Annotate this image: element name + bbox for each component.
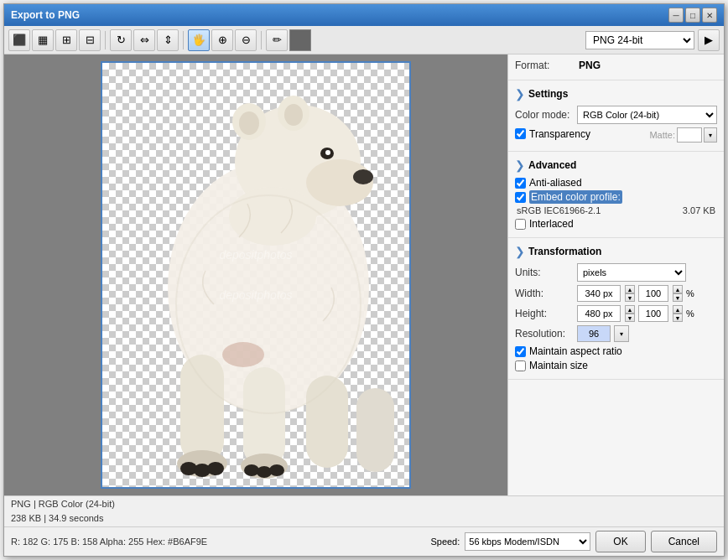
height-pct-spinner: ▲ ▼ — [673, 305, 683, 322]
maximize-button[interactable]: □ — [685, 8, 700, 23]
height-spin-up[interactable]: ▲ — [625, 305, 635, 314]
width-pct-spinner: ▲ ▼ — [673, 285, 683, 302]
title-bar: Export to PNG ─ □ ✕ — [4, 4, 724, 26]
cancel-button[interactable]: Cancel — [651, 531, 717, 552]
height-spin-down[interactable]: ▼ — [625, 314, 635, 322]
toolbar-separator-1 — [105, 31, 106, 49]
transparency-checkbox[interactable] — [515, 128, 526, 139]
resolution-row: Resolution: ▾ — [515, 325, 717, 342]
bear-svg — [113, 70, 398, 480]
width-pct-input[interactable] — [638, 285, 668, 302]
view-tiles-button[interactable]: ⊞ — [55, 29, 77, 51]
matte-dropdown[interactable]: ▾ — [704, 127, 717, 143]
resolution-input[interactable] — [577, 325, 611, 342]
toolbar-separator-3 — [261, 31, 262, 49]
view-grid-button[interactable]: ⊟ — [79, 29, 101, 51]
units-select[interactable]: pixels percent inches cm — [577, 263, 686, 282]
height-input[interactable] — [577, 305, 621, 322]
minimize-button[interactable]: ─ — [668, 8, 684, 23]
transformation-header: ❯ Transformation — [515, 245, 717, 258]
settings-collapse-icon[interactable]: ❯ — [515, 87, 525, 101]
embed-color-label: Embed color profile: — [529, 191, 622, 203]
antialiased-label: Anti-aliased — [529, 177, 582, 189]
close-button[interactable]: ✕ — [702, 8, 717, 23]
settings-header: ❯ Settings — [515, 87, 717, 101]
svg-point-23 — [222, 342, 264, 367]
format-select[interactable]: PNG 24-bit PNG 8-bit PNG 32-bit — [585, 31, 694, 49]
advanced-collapse-icon[interactable]: ❯ — [515, 158, 525, 172]
maintain-size-checkbox[interactable] — [515, 360, 526, 371]
settings-section: ❯ Settings Color mode: RGB Color (24-bit… — [508, 80, 724, 152]
width-pct-down[interactable]: ▼ — [673, 293, 683, 302]
settings-title: Settings — [528, 88, 568, 100]
height-row: Height: ▲ ▼ ▲ ▼ % — [515, 305, 717, 322]
svg-rect-14 — [356, 388, 394, 472]
width-spinner: ▲ ▼ — [625, 285, 635, 302]
resolution-dropdown[interactable]: ▾ — [614, 325, 629, 342]
polar-bear-image — [102, 63, 409, 487]
width-row: Width: ▲ ▼ ▲ ▼ % — [515, 285, 717, 302]
width-spin-down[interactable]: ▼ — [625, 293, 635, 302]
svg-point-5 — [325, 150, 330, 155]
maintain-aspect-checkbox[interactable] — [515, 346, 526, 357]
height-pct-up[interactable]: ▲ — [673, 305, 683, 314]
view-fit-button[interactable]: ⬛ — [8, 29, 30, 51]
rotate-button[interactable]: ↻ — [110, 29, 132, 51]
file-size-text: 238 KB | 34.9 seconds — [11, 513, 104, 523]
speed-select[interactable]: 56 kbps Modem/ISDN 14.4 kbps Modem 28.8 … — [465, 532, 590, 551]
svg-point-18 — [207, 462, 224, 475]
title-bar-buttons: ─ □ ✕ — [668, 8, 717, 23]
image-container: depositphotosdepositphotos — [101, 61, 411, 489]
color-mode-select[interactable]: RGB Color (24-bit) Grayscale — [577, 106, 717, 124]
toolbar-right: PNG 24-bit PNG 8-bit PNG 32-bit ▶ — [585, 29, 720, 51]
transformation-collapse-icon[interactable]: ❯ — [515, 245, 525, 258]
srgb-row: sRGB IEC61966-2.1 3.07 KB — [515, 205, 717, 215]
antialiased-checkbox[interactable] — [515, 178, 526, 189]
interlaced-checkbox[interactable] — [515, 219, 526, 230]
svg-point-7 — [239, 111, 259, 135]
main-content: depositphotosdepositphotos Format: PNG ❯… — [4, 54, 724, 495]
canvas-area[interactable]: depositphotosdepositphotos — [4, 54, 507, 495]
maintain-size-row: Maintain size — [515, 360, 717, 371]
resolution-label: Resolution: — [515, 328, 574, 340]
file-type-text: PNG | RGB Color (24-bit) — [11, 499, 115, 509]
flip-h-button[interactable]: ⇔ — [133, 29, 155, 51]
format-section: Format: PNG — [508, 54, 724, 80]
height-spinner: ▲ ▼ — [625, 305, 635, 322]
pan-tool-button[interactable]: 🖐 — [188, 29, 210, 51]
height-pct-down[interactable]: ▼ — [673, 314, 683, 322]
flip-v-button[interactable]: ⇕ — [157, 29, 179, 51]
transparency-row: Transparency Matte: ▾ — [515, 127, 717, 143]
dialog-title: Export to PNG — [11, 9, 80, 21]
transparency-label: Transparency — [529, 128, 590, 140]
maintain-aspect-label: Maintain aspect ratio — [529, 345, 622, 357]
color-pick-button[interactable]: ✏ — [266, 29, 288, 51]
svg-point-22 — [269, 464, 284, 476]
srgb-size: 3.07 KB — [683, 205, 715, 215]
width-pct-up[interactable]: ▲ — [673, 285, 683, 293]
toolbar: ⬛ ▦ ⊞ ⊟ ↻ ⇔ ⇕ 🖐 ⊕ ⊖ ✏ PNG 24-bit PNG 8-b… — [4, 26, 724, 54]
height-pct-input[interactable] — [638, 305, 668, 322]
view-fill-button[interactable]: ▦ — [32, 29, 54, 51]
pixel-info-text: R: 182 G: 175 B: 158 Alpha: 255 Hex: #B6… — [11, 537, 207, 547]
zoom-in-button[interactable]: ⊕ — [211, 29, 233, 51]
color-swatch[interactable] — [289, 29, 311, 51]
export-dialog: Export to PNG ─ □ ✕ ⬛ ▦ ⊞ ⊟ ↻ ⇔ ⇕ 🖐 ⊕ ⊖ … — [3, 3, 725, 557]
ok-button[interactable]: OK — [595, 531, 645, 552]
zoom-out-button[interactable]: ⊖ — [235, 29, 257, 51]
format-expand-button[interactable]: ▶ — [698, 29, 720, 51]
speed-label: Speed: — [430, 537, 460, 547]
width-input[interactable] — [577, 285, 621, 302]
embed-color-checkbox[interactable] — [515, 192, 526, 203]
status-bar-row1: PNG | RGB Color (24-bit) — [4, 495, 724, 511]
width-spin-up[interactable]: ▲ — [625, 285, 635, 293]
width-label: Width: — [515, 288, 574, 299]
units-label: Units: — [515, 267, 574, 278]
color-mode-label: Color mode: — [515, 109, 574, 121]
srgb-label: sRGB IEC61966-2.1 — [517, 205, 601, 215]
transformation-title: Transformation — [528, 246, 601, 257]
matte-color-box[interactable] — [677, 127, 702, 143]
interlaced-label: Interlaced — [529, 218, 574, 230]
matte-label: Matte: — [649, 130, 675, 140]
toolbar-separator-2 — [183, 31, 184, 49]
